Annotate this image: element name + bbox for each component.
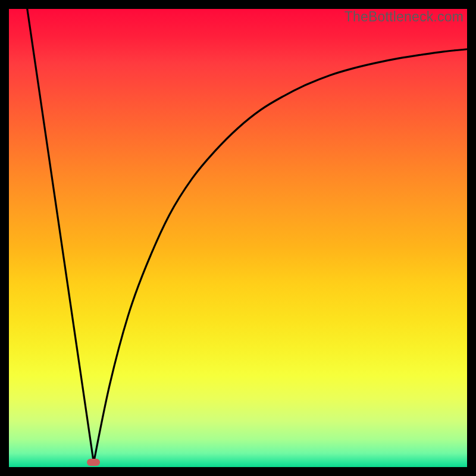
bottleneck-curve <box>9 9 467 467</box>
chart-frame: TheBottleneck.com <box>0 0 476 476</box>
curve-path <box>27 9 467 462</box>
optimum-marker <box>87 459 100 466</box>
plot-area: TheBottleneck.com <box>9 9 467 467</box>
